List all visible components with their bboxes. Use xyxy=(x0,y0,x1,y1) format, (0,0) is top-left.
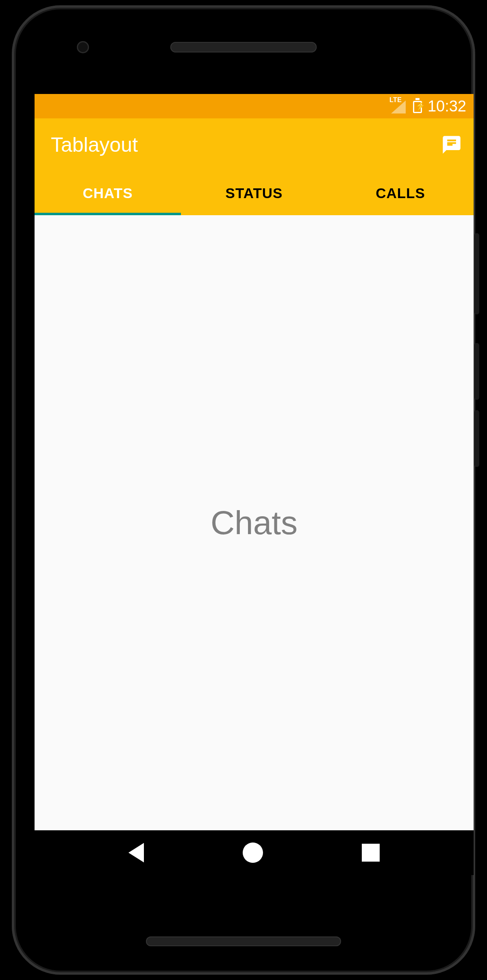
content-heading: Chats xyxy=(211,504,298,542)
device-frame: LTE ⚡ 10:32 Tablayout CHATS STATUS CALLS xyxy=(12,5,475,975)
tab-bar: CHATS STATUS CALLS xyxy=(35,171,474,215)
earpiece-speaker xyxy=(170,42,317,52)
battery-charging-icon: ⚡ xyxy=(413,99,422,113)
tab-status[interactable]: STATUS xyxy=(181,171,327,215)
app-bar: Tablayout xyxy=(35,118,474,171)
app-title: Tablayout xyxy=(51,133,441,157)
power-button[interactable] xyxy=(474,233,479,314)
tab-indicator xyxy=(35,213,181,215)
nav-home-icon[interactable] xyxy=(243,842,263,863)
system-nav-bar xyxy=(35,830,474,875)
tab-calls[interactable]: CALLS xyxy=(327,171,474,215)
status-time: 10:32 xyxy=(428,98,466,115)
screen: LTE ⚡ 10:32 Tablayout CHATS STATUS CALLS xyxy=(35,94,474,875)
nav-recent-icon[interactable] xyxy=(362,844,380,862)
chat-icon[interactable] xyxy=(441,134,462,155)
nav-back-icon[interactable] xyxy=(128,843,144,862)
front-camera xyxy=(77,41,89,53)
signal-icon: LTE xyxy=(391,99,407,113)
tab-content: Chats xyxy=(35,215,474,830)
bottom-speaker xyxy=(146,936,341,946)
tab-chats[interactable]: CHATS xyxy=(35,171,181,215)
volume-up-button[interactable] xyxy=(474,343,479,400)
status-bar: LTE ⚡ 10:32 xyxy=(35,94,474,118)
volume-down-button[interactable] xyxy=(474,410,479,467)
